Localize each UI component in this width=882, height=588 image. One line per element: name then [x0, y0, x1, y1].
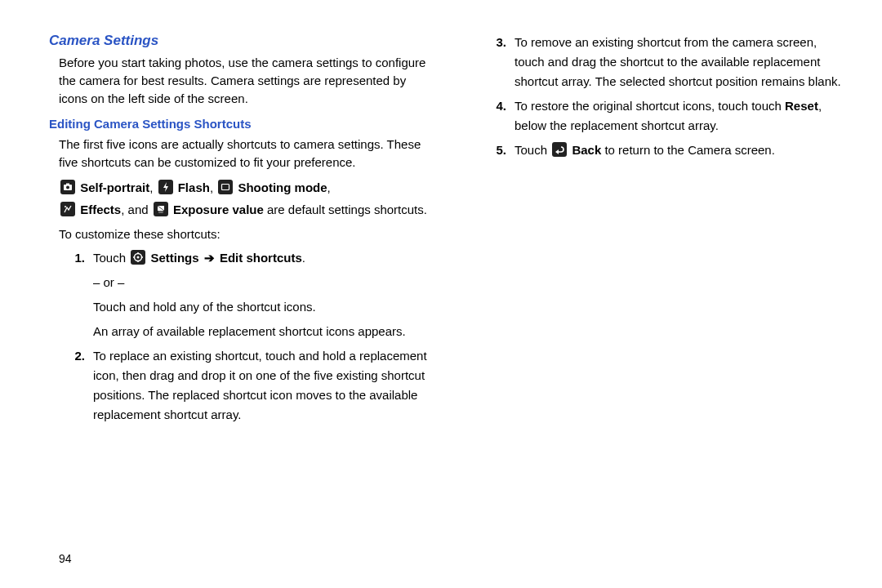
step-3: 3. To remove an existing shortcut from t…	[470, 33, 849, 91]
svg-point-9	[137, 256, 140, 258]
label-edit-shortcuts: Edit shortcuts	[220, 251, 302, 265]
step-5-after: to return to the Camera screen.	[601, 143, 775, 157]
heading-camera-settings: Camera Settings	[49, 33, 428, 49]
step-3-text: To remove an existing shortcut from the …	[514, 33, 849, 91]
step-2-num: 2.	[49, 346, 93, 425]
label-self-portrait: Self-portrait	[80, 180, 149, 194]
step-5-pre: Touch	[514, 143, 550, 157]
label-flash: Flash	[178, 180, 210, 194]
step-1-pre: Touch	[93, 251, 129, 265]
svg-marker-14	[555, 149, 559, 154]
step-1-num: 1.	[49, 248, 93, 341]
text-and: , and	[121, 203, 148, 216]
svg-text:0.0: 0.0	[158, 211, 163, 214]
step-1: 1. Touch Settings ➔ Edit shortcuts. – or…	[49, 248, 428, 341]
svg-point-1	[66, 185, 69, 189]
label-exposure-value: Exposure value	[173, 203, 264, 216]
settings-gear-icon	[131, 250, 145, 265]
para-shortcuts-desc: The first five icons are actually shortc…	[59, 136, 428, 172]
step-5: 5. Touch Back to return to the Camera sc…	[470, 140, 849, 160]
svg-point-5	[65, 206, 66, 207]
label-back: Back	[572, 143, 601, 157]
self-portrait-icon	[60, 180, 75, 194]
step-1-hold: Touch and hold any of the shortcut icons…	[93, 297, 428, 317]
label-shooting-mode: Shooting mode	[238, 180, 327, 194]
step-2: 2. To replace an existing shortcut, touc…	[49, 346, 428, 425]
flash-icon	[158, 180, 173, 194]
text-default-tail: are default settings shortcuts.	[264, 203, 427, 216]
label-reset: Reset	[785, 99, 818, 113]
shooting-mode-icon	[218, 180, 233, 194]
back-icon	[552, 142, 567, 157]
step-4-num: 4.	[470, 96, 514, 136]
step-1-array: An array of available replacement shortc…	[93, 322, 428, 341]
customize-intro: To customize these shortcuts:	[59, 225, 428, 243]
step-5-num: 5.	[470, 140, 514, 160]
default-shortcuts-line: Self-portrait, Flash, Shooting mode, Eff…	[59, 176, 428, 220]
step-1-or: – or –	[93, 273, 428, 292]
step-1-after: .	[302, 251, 305, 265]
svg-rect-4	[222, 184, 229, 189]
page-number: 94	[59, 552, 72, 565]
exposure-value-icon: 0.0	[154, 202, 168, 216]
step-4-pre: To restore the original shortcut icons, …	[514, 99, 785, 113]
effects-icon	[60, 202, 75, 216]
step-3-num: 3.	[470, 33, 514, 91]
arrow-icon: ➔	[204, 248, 215, 268]
heading-editing-shortcuts: Editing Camera Settings Shortcuts	[49, 117, 428, 131]
label-effects: Effects	[80, 203, 121, 216]
label-settings: Settings	[150, 251, 198, 265]
step-2-text: To replace an existing shortcut, touch a…	[93, 346, 428, 425]
svg-marker-3	[163, 182, 168, 192]
para-intro: Before you start taking photos, use the …	[59, 54, 428, 107]
step-4: 4. To restore the original shortcut icon…	[470, 96, 849, 136]
svg-rect-2	[66, 183, 69, 185]
